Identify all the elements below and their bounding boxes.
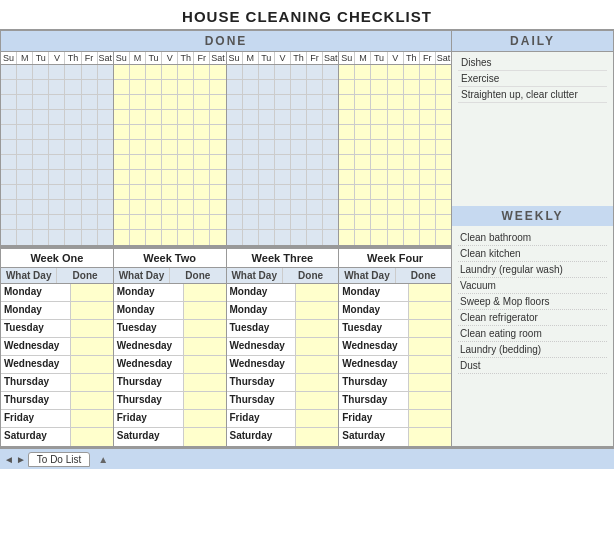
day-cell: Thursday <box>114 392 184 409</box>
done-cell[interactable] <box>184 302 226 319</box>
week-labels: Week One Week Two Week Three Week Four <box>1 247 451 268</box>
done-cell[interactable] <box>184 320 226 337</box>
w1-su: Su <box>1 52 17 64</box>
done-cell[interactable] <box>409 392 451 409</box>
day-cell: Monday <box>339 302 409 319</box>
grid-row <box>339 65 451 80</box>
grid-row <box>114 65 226 80</box>
done-cell[interactable] <box>184 392 226 409</box>
done-cell[interactable] <box>184 338 226 355</box>
done-cell[interactable] <box>409 356 451 373</box>
done-cell[interactable] <box>184 284 226 301</box>
done-cell[interactable] <box>71 392 113 409</box>
grid-row <box>339 230 451 245</box>
done-cell[interactable] <box>409 428 451 446</box>
day-cell: Saturday <box>227 428 297 446</box>
done-cell[interactable] <box>184 356 226 373</box>
done-cell[interactable] <box>409 284 451 301</box>
done-cell[interactable] <box>71 428 113 446</box>
done-cell[interactable] <box>296 374 338 391</box>
day-cell: Monday <box>1 284 71 301</box>
w3-sat: Sat <box>323 52 338 64</box>
done-cell[interactable] <box>71 284 113 301</box>
done-cell[interactable] <box>71 320 113 337</box>
done-cell[interactable] <box>71 410 113 427</box>
done-cell[interactable] <box>409 302 451 319</box>
grid-row <box>1 230 113 245</box>
daily-item-dishes: Dishes <box>458 55 607 71</box>
schedule-area: What Day Done Monday Monday Tuesday Wedn… <box>1 268 451 446</box>
done-cell[interactable] <box>71 356 113 373</box>
schedule-row: Monday <box>339 284 451 302</box>
day-cell: Wednesday <box>1 356 71 373</box>
week-three-label: Week Three <box>227 249 340 267</box>
weekly-item-1: Clean kitchen <box>458 246 607 262</box>
w1-m: M <box>17 52 33 64</box>
done-cell[interactable] <box>71 302 113 319</box>
day-cell: Saturday <box>114 428 184 446</box>
done-cell[interactable] <box>296 428 338 446</box>
done-cell[interactable] <box>184 428 226 446</box>
done-cell[interactable] <box>296 392 338 409</box>
done-cell[interactable] <box>409 410 451 427</box>
done-cell[interactable] <box>409 338 451 355</box>
schedule-row: Monday <box>227 284 339 302</box>
w2-fr: Fr <box>194 52 210 64</box>
done-cell[interactable] <box>409 374 451 391</box>
day-cell: Monday <box>114 284 184 301</box>
schedule-row: Wednesday <box>339 338 451 356</box>
schedule-row: Friday <box>114 410 226 428</box>
schedule-row: Wednesday <box>1 356 113 374</box>
w1-th: Th <box>65 52 81 64</box>
what-day-header-w4: What Day <box>339 268 395 283</box>
schedule-row: Monday <box>1 284 113 302</box>
nav-left-icon[interactable]: ◄ <box>4 454 14 465</box>
done-cell[interactable] <box>71 338 113 355</box>
day-cell: Wednesday <box>227 356 297 373</box>
done-header: DONE <box>1 31 451 52</box>
todo-list-tab[interactable]: To Do List <box>28 452 90 467</box>
week3-grid <box>227 65 340 245</box>
grid-row <box>339 185 451 200</box>
done-cell[interactable] <box>71 374 113 391</box>
weekly-item-0: Clean bathroom <box>458 230 607 246</box>
done-cell[interactable] <box>296 338 338 355</box>
done-cell[interactable] <box>296 356 338 373</box>
sheet-tab-icon: ▲ <box>98 454 108 465</box>
schedule-row: Saturday <box>114 428 226 446</box>
grid-row <box>227 110 339 125</box>
schedule-row: Wednesday <box>114 338 226 356</box>
done-cell[interactable] <box>296 410 338 427</box>
day-cell: Monday <box>339 284 409 301</box>
grid-row <box>339 80 451 95</box>
schedule-row: Monday <box>339 302 451 320</box>
nav-right-icon[interactable]: ► <box>16 454 26 465</box>
done-cell[interactable] <box>184 374 226 391</box>
w4-sat: Sat <box>436 52 451 64</box>
schedule-row: Saturday <box>227 428 339 446</box>
done-cell[interactable] <box>296 320 338 337</box>
done-cell[interactable] <box>184 410 226 427</box>
day-cell: Friday <box>227 410 297 427</box>
day-headers-row: Su M Tu V Th Fr Sat Su M Tu V Th Fr Sat <box>1 52 451 65</box>
done-cell[interactable] <box>409 320 451 337</box>
grid-row <box>1 155 113 170</box>
schedule-row: Friday <box>1 410 113 428</box>
w4-m: M <box>355 52 371 64</box>
day-cell: Wednesday <box>339 356 409 373</box>
bottom-bar: ◄ ► To Do List ▲ <box>0 447 614 469</box>
grid-row <box>339 110 451 125</box>
done-cell[interactable] <box>296 302 338 319</box>
grid-row <box>227 200 339 215</box>
what-day-header-w1: What Day <box>1 268 57 283</box>
week2-grid <box>114 65 227 245</box>
week-four-label: Week Four <box>339 249 451 267</box>
day-cell: Friday <box>114 410 184 427</box>
grid-row <box>114 125 226 140</box>
done-cell[interactable] <box>296 284 338 301</box>
schedule-row: Saturday <box>339 428 451 446</box>
day-cell: Tuesday <box>1 320 71 337</box>
schedule-row: Wednesday <box>114 356 226 374</box>
day-cell: Thursday <box>1 392 71 409</box>
grid-row <box>1 125 113 140</box>
